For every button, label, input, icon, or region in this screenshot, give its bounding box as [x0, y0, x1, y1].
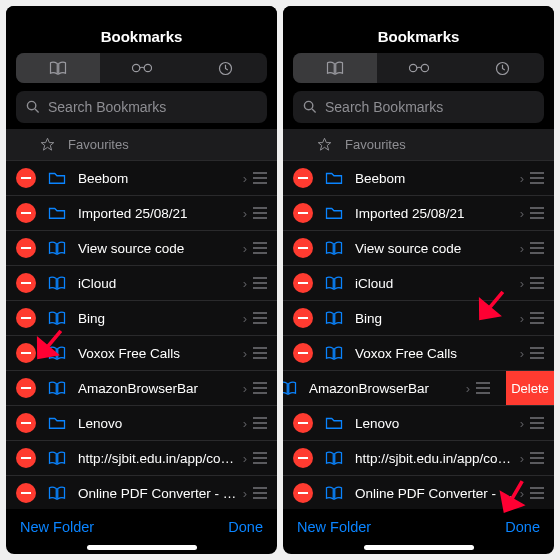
svg-rect-5 [21, 212, 31, 214]
reorder-handle[interactable] [530, 452, 554, 464]
search-input[interactable]: Search Bookmarks [293, 91, 544, 123]
bookmark-label: Imported 25/08/21 [355, 206, 514, 221]
bookmark-row[interactable]: Imported 25/08/21› [6, 196, 277, 231]
phone-left: Bookmarks Search Bookmarks Favourites Be… [6, 6, 277, 554]
bookmark-row[interactable]: iCloud› [6, 266, 277, 301]
reorder-handle[interactable] [253, 242, 277, 254]
delete-button[interactable]: Delete [506, 371, 554, 405]
reorder-handle[interactable] [530, 277, 554, 289]
delete-minus-button[interactable] [293, 483, 313, 503]
reorder-handle[interactable] [253, 207, 277, 219]
delete-minus-button[interactable] [16, 483, 36, 503]
delete-minus-button[interactable] [293, 448, 313, 468]
chevron-right-icon: › [237, 451, 253, 466]
delete-minus-button[interactable] [293, 203, 313, 223]
bookmark-row[interactable]: Lenovo› [283, 406, 554, 441]
svg-rect-25 [298, 317, 308, 319]
delete-minus-button[interactable] [293, 308, 313, 328]
reorder-handle[interactable] [530, 417, 554, 429]
bookmark-row[interactable]: Voxox Free Calls› [283, 336, 554, 371]
bookmark-row[interactable]: Online PDF Converter - Crea...› [6, 476, 277, 509]
delete-minus-button[interactable] [16, 168, 36, 188]
search-icon [303, 100, 317, 114]
delete-minus-button[interactable] [293, 273, 313, 293]
svg-point-17 [409, 64, 416, 71]
bookmark-row[interactable]: Beebom› [6, 161, 277, 196]
reorder-handle[interactable] [253, 382, 277, 394]
svg-rect-13 [21, 492, 31, 494]
reorder-handle[interactable] [530, 487, 554, 499]
book-icon [323, 486, 345, 500]
delete-minus-button[interactable] [293, 238, 313, 258]
delete-minus-button[interactable] [293, 413, 313, 433]
bookmark-row[interactable]: AmazonBrowserBar› [6, 371, 277, 406]
delete-minus-button[interactable] [16, 448, 36, 468]
new-folder-button[interactable]: New Folder [297, 519, 371, 535]
delete-minus-button[interactable] [16, 413, 36, 433]
svg-rect-22 [298, 212, 308, 214]
folder-icon [46, 416, 68, 430]
delete-minus-button[interactable] [16, 308, 36, 328]
bookmark-row[interactable]: View source code› [6, 231, 277, 266]
tab-reading-list[interactable] [100, 53, 184, 83]
delete-minus-button[interactable] [16, 203, 36, 223]
bookmark-row[interactable]: Voxox Free Calls› [6, 336, 277, 371]
tab-reading-list[interactable] [377, 53, 461, 83]
reorder-handle[interactable] [530, 312, 554, 324]
tab-history[interactable] [183, 53, 267, 83]
svg-point-3 [27, 101, 35, 109]
tab-bookmarks[interactable] [293, 53, 377, 83]
reorder-handle[interactable] [476, 382, 500, 394]
reorder-handle[interactable] [253, 487, 277, 499]
reorder-handle[interactable] [530, 172, 554, 184]
reorder-handle[interactable] [253, 417, 277, 429]
done-button[interactable]: Done [228, 519, 263, 535]
bookmark-label: Online PDF Converter - Crea... [355, 486, 514, 501]
delete-minus-button[interactable] [16, 273, 36, 293]
done-button[interactable]: Done [505, 519, 540, 535]
chevron-right-icon: › [514, 276, 530, 291]
chevron-right-icon: › [514, 241, 530, 256]
reorder-handle[interactable] [253, 452, 277, 464]
reorder-handle[interactable] [253, 172, 277, 184]
delete-minus-button[interactable] [293, 343, 313, 363]
bookmark-row[interactable]: View source code› [283, 231, 554, 266]
favourites-row[interactable]: Favourites [6, 129, 277, 161]
reorder-handle[interactable] [253, 347, 277, 359]
tab-segment [293, 53, 544, 83]
reorder-handle[interactable] [530, 347, 554, 359]
tab-history[interactable] [460, 53, 544, 83]
bookmark-row[interactable]: Beebom› [283, 161, 554, 196]
new-folder-button[interactable]: New Folder [20, 519, 94, 535]
reorder-handle[interactable] [253, 277, 277, 289]
bookmark-label: iCloud [355, 276, 514, 291]
clock-icon [495, 61, 510, 76]
bookmark-row[interactable]: Lenovo› [6, 406, 277, 441]
bookmark-row[interactable]: http://sjbit.edu.in/app/cours...› [283, 441, 554, 476]
bookmark-row[interactable]: Online PDF Converter - Crea...› [283, 476, 554, 509]
delete-minus-button[interactable] [293, 168, 313, 188]
bookmark-row[interactable]: Bing› [6, 301, 277, 336]
book-icon [49, 61, 67, 75]
bookmark-row[interactable]: Bing› [283, 301, 554, 336]
reorder-handle[interactable] [530, 242, 554, 254]
book-icon [46, 346, 68, 360]
book-icon [46, 486, 68, 500]
search-input[interactable]: Search Bookmarks [16, 91, 267, 123]
bookmark-row[interactable]: iCloud› [283, 266, 554, 301]
delete-minus-button[interactable] [16, 378, 36, 398]
bookmark-row[interactable]: AmazonBrowserBar›Delete [283, 371, 554, 406]
bookmark-row[interactable]: http://sjbit.edu.in/app/cours...› [6, 441, 277, 476]
favourites-row[interactable]: Favourites [283, 129, 554, 161]
bookmark-row[interactable]: Imported 25/08/21› [283, 196, 554, 231]
delete-minus-button[interactable] [16, 238, 36, 258]
bookmark-list: Favourites Beebom›Imported 25/08/21›View… [6, 129, 277, 509]
bookmark-label: Lenovo [78, 416, 237, 431]
tab-bookmarks[interactable] [16, 53, 100, 83]
delete-minus-button[interactable] [16, 343, 36, 363]
chevron-right-icon: › [514, 311, 530, 326]
reorder-handle[interactable] [253, 312, 277, 324]
reorder-handle[interactable] [530, 207, 554, 219]
chevron-right-icon: › [514, 486, 530, 501]
folder-icon [46, 206, 68, 220]
